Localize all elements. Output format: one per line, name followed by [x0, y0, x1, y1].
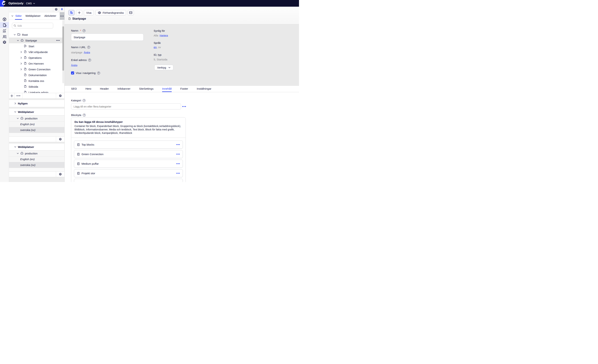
block-card-green-connection[interactable]: Green Connection — [74, 150, 183, 158]
add-content-button[interactable] — [9, 93, 14, 99]
help-icon[interactable]: ? — [97, 72, 100, 74]
section-header-webbplatser[interactable]: Webbplatser — [9, 108, 64, 116]
compare-button[interactable] — [128, 10, 134, 15]
section-settings-button[interactable] — [56, 93, 64, 99]
tab-hero[interactable]: Hero — [85, 86, 91, 92]
tree-item-root[interactable]: Root — [9, 32, 63, 38]
collapse-panel-chevron[interactable] — [9, 12, 15, 20]
help-icon[interactable]: ? — [87, 46, 90, 49]
tree-item-operations[interactable]: Operations — [9, 55, 63, 61]
tab-sitesettings[interactable]: SiteSettings — [139, 86, 153, 92]
search-input[interactable] — [17, 24, 52, 27]
tree-item-om-hamnen[interactable]: Om Hamnen — [9, 61, 63, 66]
tree-expander[interactable] — [20, 62, 22, 65]
tree-expander[interactable] — [20, 68, 22, 71]
help-icon[interactable]: ? — [83, 114, 86, 116]
rail-item-users[interactable] — [0, 34, 9, 40]
block-card-menu-button[interactable] — [176, 144, 180, 145]
site-expander[interactable] — [17, 117, 19, 120]
verktyg-dropdown[interactable]: Verktyg — [154, 65, 173, 70]
section-expander — [14, 102, 17, 105]
page-icon — [24, 79, 27, 82]
block-card-menu-button[interactable] — [176, 163, 180, 164]
left-icon-rail — [0, 7, 9, 182]
hantera-link[interactable]: Hantera — [160, 34, 168, 37]
url-change-link[interactable]: Ändra — [84, 51, 90, 54]
tab-infobanner[interactable]: Infobanner — [117, 86, 130, 92]
tree-item-startpage[interactable]: Startpage — [9, 38, 63, 43]
url-value: startpage — [71, 51, 83, 54]
block-card-top-blocks[interactable]: Top blocks — [74, 141, 183, 149]
panel-tab-overflow-button[interactable] — [60, 12, 64, 20]
tree-item-kontakta-oss[interactable]: Kontakta oss — [9, 78, 63, 84]
rail-item-dashboard[interactable] — [0, 17, 9, 22]
pin-panel-button[interactable] — [59, 7, 65, 12]
optimizely-logo-icon[interactable] — [1, 0, 6, 6]
help-icon[interactable]: ? — [83, 99, 85, 102]
tab-header[interactable]: Header — [100, 86, 109, 92]
blockyta-content-area: Du kan lägga till dessa innehållstyper C… — [71, 117, 186, 182]
site-item-production[interactable]: production — [9, 150, 64, 156]
section-header-webbplatser-2[interactable]: Webbplatser — [9, 144, 64, 150]
preview-button[interactable]: Förhandsgranska — [95, 10, 126, 15]
visa-button[interactable]: Visa — [84, 10, 94, 15]
tab-footer[interactable]: Footer — [180, 86, 188, 92]
visa-i-navigering-checkbox[interactable] — [71, 71, 74, 74]
tree-item-green-connection[interactable]: Green Connection — [9, 66, 63, 72]
ellipsis-icon — [17, 95, 20, 96]
tab-inställningar[interactable]: Inställningar — [197, 86, 211, 92]
help-icon[interactable]: ? — [83, 29, 85, 32]
section-settings-button[interactable] — [56, 172, 64, 177]
tree-expander[interactable] — [13, 33, 16, 36]
app-switcher[interactable]: CMS — [26, 0, 35, 7]
tree-item-s-ksida[interactable]: Söksida — [9, 84, 63, 90]
kategori-menu-button[interactable] — [182, 106, 186, 107]
block-card-menu-button[interactable] — [176, 173, 180, 174]
panel-tab-webbplatser[interactable]: Webbplatser — [25, 12, 41, 20]
block-card-medium-puffar[interactable]: Medium puffar — [74, 160, 183, 168]
tree-item-label: Root — [22, 33, 28, 36]
block-card-projekt-stor[interactable]: Projekt stor — [74, 169, 183, 177]
tree-item-label: Vårt erbjudande — [28, 50, 48, 54]
panel-settings-button[interactable] — [53, 7, 59, 12]
tree-expander[interactable] — [20, 57, 22, 59]
tree-item-menu-button[interactable] — [56, 40, 60, 41]
tree-scrollbar-thumb[interactable] — [62, 26, 64, 71]
block-card-partial[interactable] — [74, 179, 183, 182]
tree-scrollbar[interactable] — [62, 20, 64, 83]
panel-tab-aktiviteter[interactable]: Aktiviteter — [44, 12, 57, 20]
rail-item-analytics[interactable] — [0, 28, 9, 34]
site-expander[interactable] — [17, 152, 19, 155]
language-item-english-en-[interactable]: English (en) — [9, 156, 64, 162]
tree-expander[interactable] — [20, 51, 22, 53]
tab-innehåll[interactable]: Innehåll — [162, 86, 172, 92]
enkel-adress-change-link[interactable]: Ändra — [71, 64, 77, 66]
language-en-link[interactable]: en — [154, 46, 157, 49]
chevron-right-icon — [14, 102, 17, 105]
section-header-nyligen[interactable]: Nyligen — [9, 100, 64, 107]
block-card-menu-button[interactable] — [176, 154, 180, 155]
rail-item-edit-content[interactable] — [0, 22, 9, 28]
help-icon[interactable]: ? — [88, 59, 91, 61]
add-page-button[interactable] — [76, 10, 82, 15]
site-item-production[interactable]: production — [9, 116, 64, 121]
row-label: production — [25, 152, 38, 155]
kategori-label: Kategori? — [71, 99, 85, 102]
namn-input[interactable] — [71, 33, 143, 41]
tab-seo[interactable]: SEO — [71, 86, 77, 92]
rail-item-settings[interactable] — [0, 40, 9, 45]
tree-item-v-rt-erbjudande[interactable]: Vårt erbjudande — [9, 49, 63, 55]
tree-item-start[interactable]: Start — [9, 43, 63, 49]
panel-tab-sidor[interactable]: Sidor — [15, 12, 22, 20]
section-settings-button[interactable] — [56, 137, 64, 142]
toggle-tree-button[interactable] — [68, 10, 75, 15]
language-item-svenska-sv-[interactable]: svenska (sv) — [9, 162, 64, 168]
tree-expander[interactable] — [17, 39, 19, 42]
kategori-input[interactable] — [71, 103, 181, 109]
section-label: Webbplatser — [18, 110, 34, 114]
language-item-svenska-sv-[interactable]: svenska (sv) — [9, 127, 64, 133]
tree-item-dokumentation[interactable]: Dokumentation — [9, 72, 63, 78]
more-actions-button[interactable] — [15, 93, 22, 99]
chevron-down-icon — [17, 117, 19, 120]
language-item-english-en-[interactable]: English (en) — [9, 121, 64, 127]
